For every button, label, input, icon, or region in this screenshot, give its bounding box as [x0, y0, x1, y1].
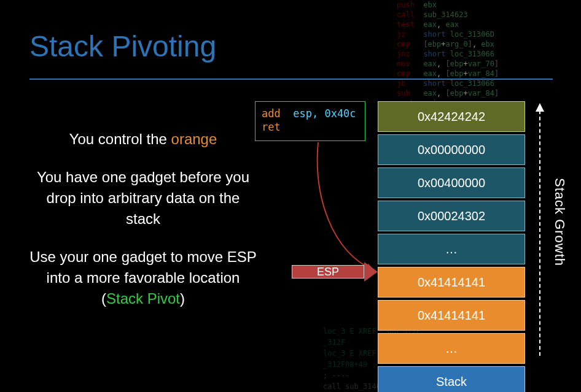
body-para3-green: Stack Pivot [106, 290, 180, 307]
stack-diagram: 0x424242420x000000000x004000000x00024302… [378, 101, 525, 392]
background-disassembly-top: push ebxcall sub_314623test eax, eaxjz s… [397, 0, 581, 118]
esp-label: ESP [292, 265, 364, 279]
stack-cell-0: 0x42424242 [378, 101, 525, 132]
gadget-box: add esp, 0x40c ret [255, 101, 365, 141]
title-divider [29, 79, 553, 80]
stack-cell-2: 0x00400000 [378, 167, 525, 198]
slide-title: Stack Pivoting [29, 29, 216, 63]
body-para3-post: ) [180, 290, 185, 307]
stack-cell-5: 0x41414141 [378, 267, 525, 298]
body-line1-orange: orange [171, 131, 217, 147]
stack-cell-7: … [378, 333, 525, 364]
body-line1-pre: You control the [69, 131, 171, 147]
body-text: You control the orange You have one gadg… [29, 129, 257, 326]
esp-arrow: ESP [292, 263, 378, 281]
stack-cell-3: 0x00024302 [378, 201, 525, 231]
stack-growth-arrow: Stack Growth [534, 104, 571, 356]
stack-cell-8: Stack [378, 366, 525, 392]
stack-cell-1: 0x00000000 [378, 134, 525, 165]
stack-cell-6: 0x41414141 [378, 300, 525, 331]
stack-cell-4: … [378, 234, 525, 264]
gadget-line1: add esp, 0x40c [262, 107, 359, 120]
body-para2: You have one gadget before you drop into… [29, 167, 257, 229]
gadget-line2: ret [262, 120, 359, 134]
stack-growth-label: Stack Growth [552, 178, 567, 266]
